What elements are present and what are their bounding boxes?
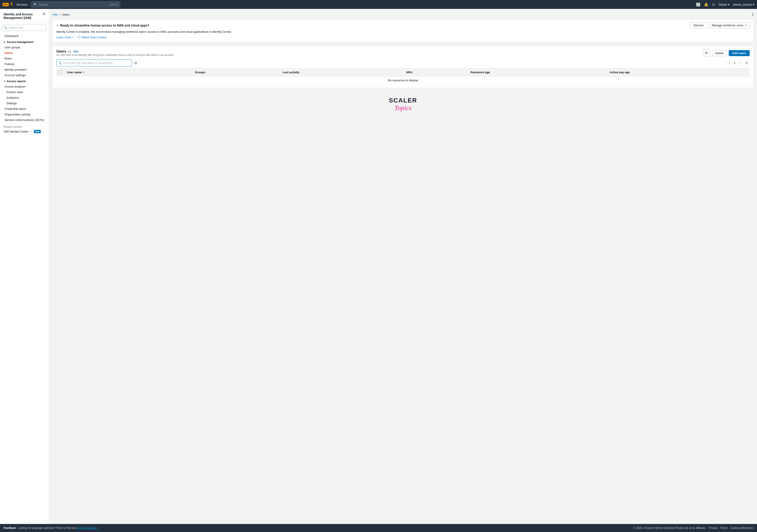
sidebar-item-access-analyzer[interactable]: Access analyzer (0, 84, 49, 89)
username-sort[interactable]: User name ⬍ (67, 71, 190, 74)
sidebar-search-input[interactable] (2, 25, 46, 31)
add-users-button[interactable]: Add users (729, 50, 750, 56)
unified-settings-label: Unified Settings (77, 526, 96, 530)
sidebar-search-icon: 🔍 (4, 26, 7, 29)
table-search-icon: 🔍 (58, 61, 62, 65)
help-icon[interactable]: ⊙ (712, 2, 715, 7)
sidebar-item-account-settings[interactable]: Account settings (0, 73, 49, 78)
user-menu[interactable]: simran_kumari ▾ (733, 3, 754, 6)
table-filter-button[interactable]: ⊞ (134, 60, 138, 66)
breadcrumb: IAM > Users ℹ (52, 13, 753, 17)
groups-col-label: Groups (195, 71, 205, 74)
sidebar-item-service-control-policies[interactable]: Service control policies (SCPs) (0, 117, 49, 123)
sidebar-search-container: 🔍 (0, 25, 49, 33)
users-panel: Users (0) info An IAM user is an identit… (52, 46, 753, 88)
aws-logo-box: aws (3, 3, 9, 6)
access-reports-caret: ▼ (4, 80, 6, 83)
sidebar-item-users[interactable]: Users (0, 50, 49, 56)
delete-button[interactable]: Delete (712, 50, 727, 56)
sidebar-item-user-groups[interactable]: User groups (0, 45, 49, 50)
users-header-actions: ↻ Delete Add users (703, 49, 750, 57)
manage-workforce-button[interactable]: Manage workforce users ↗ (709, 22, 750, 28)
feedback-link[interactable]: Feedback (4, 526, 16, 530)
breadcrumb-separator: > (59, 13, 61, 16)
users-title: Users (0) info (56, 49, 174, 53)
sidebar-title: Identity and Access Management (IAM) ✕ (0, 13, 49, 22)
sidebar-close-button[interactable]: ✕ (42, 13, 45, 16)
sidebar-item-identity-providers[interactable]: Identity providers (0, 67, 49, 73)
footer-text: Looking for language selection? Find it … (17, 526, 76, 530)
sidebar-search-wrap: 🔍 (2, 25, 46, 31)
breadcrumb-current: Users (62, 13, 70, 16)
select-all-checkbox[interactable] (58, 70, 62, 74)
no-resources-message: No resources to display (56, 77, 750, 84)
access-analyzer-subsection: Archive rules Analyzers Settings (0, 89, 49, 106)
learn-more-link[interactable]: Learn more ↗ (56, 36, 74, 39)
table-header-groups: Groups (192, 68, 280, 77)
banner-links: Learn more ↗ ⓘ Watch how it works (56, 35, 750, 39)
terms-link[interactable]: Terms (720, 526, 728, 530)
breadcrumb-iam[interactable]: IAM (52, 13, 58, 16)
privacy-link[interactable]: Privacy (709, 526, 717, 530)
scaler-watermark: SCALER Topics (52, 88, 753, 116)
manage-external-icon: ↗ (745, 24, 747, 27)
footer-copyright: © 2022, Amazon Internet Services Private… (634, 526, 706, 530)
global-search[interactable]: 🔍 [Alt+S] (31, 1, 120, 8)
footer: Feedback Looking for language selection?… (0, 524, 757, 532)
table-header-row: User name ⬍ Groups Last activity MFA (56, 68, 750, 77)
global-search-input[interactable] (39, 3, 109, 6)
notifications-icon[interactable]: 🔔 (704, 2, 709, 7)
banner-title: ▼ Ready to streamline human access to AW… (56, 24, 149, 27)
access-reports-section[interactable]: ▼ Access reports (0, 78, 49, 84)
aws-grid-icon: ⠿ (10, 2, 13, 7)
prev-page-button[interactable]: ‹ (726, 60, 732, 66)
access-management-section[interactable]: ▼ Access management (0, 39, 49, 45)
page-info-icon[interactable]: ℹ (752, 13, 753, 17)
dismiss-button[interactable]: Dismiss (691, 22, 707, 28)
sidebar-item-analyzers[interactable]: Analyzers (2, 95, 49, 101)
table-search-input[interactable] (56, 59, 132, 66)
related-consoles-label: Related consoles (0, 123, 49, 129)
users-table: User name ⬍ Groups Last activity MFA (56, 68, 750, 84)
banner-header: ▼ Ready to streamline human access to AW… (56, 22, 750, 28)
last-activity-col-label: Last activity (283, 71, 299, 74)
table-body: No resources to display (56, 77, 750, 84)
region-caret: ▾ (728, 3, 729, 6)
nav-icons: ⬜ 🔔 ⊙ Global ▾ simran_kumari ▾ (696, 2, 754, 7)
watch-how-link[interactable]: ⓘ Watch how it works (77, 35, 106, 39)
users-label: Users (56, 49, 66, 53)
table-toolbar: 🔍 ⊞ ‹ 1 › ⚙ (56, 59, 750, 66)
password-age-col-label: Password age (470, 71, 490, 74)
access-management-caret: ▼ (4, 41, 6, 44)
banner-actions: Dismiss Manage workforce users ↗ (691, 22, 750, 28)
sidebar-item-roles[interactable]: Roles (0, 56, 49, 61)
sidebar-item-organization-activity[interactable]: Organization activity (0, 111, 49, 117)
users-count: (0) (68, 50, 71, 53)
learn-more-label: Learn more (56, 36, 71, 39)
unified-settings-icon: ↗ (97, 527, 99, 529)
sidebar-item-dashboard[interactable]: Dashboard (0, 33, 49, 39)
banner-title-text: Ready to streamline human access to AWS … (60, 24, 149, 27)
table-header-active-key-age: Active key age (607, 68, 750, 77)
footer-legal: Privacy Terms Cookie preferences (709, 526, 753, 530)
next-page-button[interactable]: › (737, 60, 743, 66)
username-col-label: User name (67, 71, 82, 74)
cookie-preferences-link[interactable]: Cookie preferences (730, 526, 753, 530)
table-settings-button[interactable]: ⚙ (744, 60, 750, 66)
sidebar-item-archive-rules[interactable]: Archive rules (2, 89, 49, 95)
users-info-link[interactable]: info (73, 50, 78, 53)
refresh-button[interactable]: ↻ (703, 49, 710, 57)
region-label: Global (718, 3, 727, 6)
support-icon[interactable]: ⬜ (696, 2, 700, 7)
sidebar-item-settings[interactable]: Settings (2, 101, 49, 106)
unified-settings-link[interactable]: Unified Settings ↗ (77, 526, 98, 530)
sidebar-item-policies[interactable]: Policies (0, 61, 49, 67)
learn-more-icon: ↗ (72, 36, 74, 39)
region-selector[interactable]: Global ▾ (718, 3, 729, 6)
aws-logo[interactable]: aws ⠿ (3, 2, 13, 7)
services-menu[interactable]: Services (15, 2, 29, 7)
sidebar-item-iam-identity-center[interactable]: IAM Identity Center ↗ New (0, 129, 49, 134)
sidebar-item-credential-report[interactable]: Credential report (0, 106, 49, 111)
table-search: 🔍 (56, 59, 132, 66)
users-panel-header: Users (0) info An IAM user is an identit… (56, 49, 750, 57)
